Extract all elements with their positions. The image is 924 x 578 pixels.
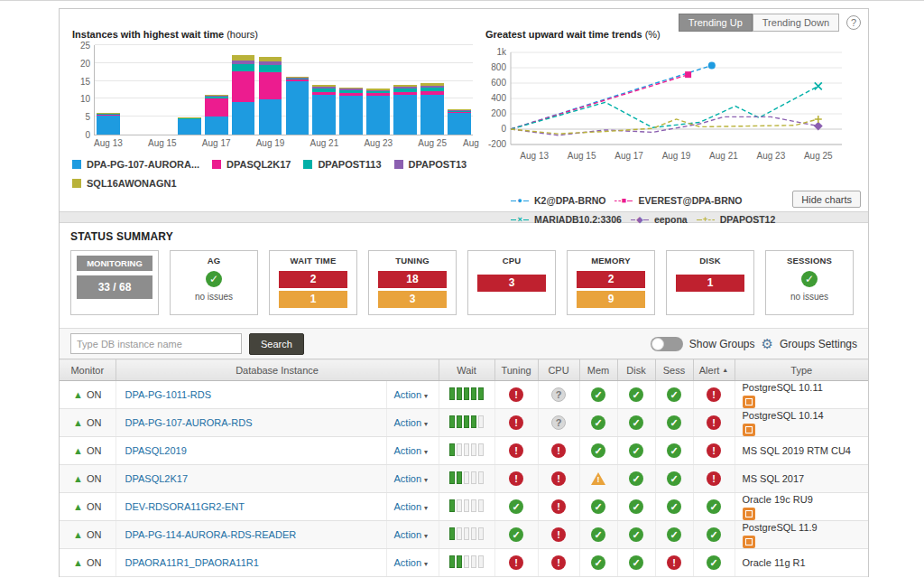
bar-aug-19[interactable] bbox=[257, 45, 284, 135]
groups-settings-label[interactable]: Groups Settings bbox=[780, 338, 857, 350]
status-card-memory[interactable]: MEMORY29 bbox=[567, 250, 655, 315]
trending-down-button[interactable]: Trending Down bbox=[753, 14, 839, 32]
ok-icon[interactable]: ✓ bbox=[509, 527, 523, 542]
monitor-status[interactable]: ▲ON bbox=[73, 529, 101, 540]
bar-aug-16[interactable] bbox=[176, 45, 203, 135]
instance-link[interactable]: DPASQL2019 bbox=[125, 445, 187, 456]
ok-icon[interactable]: ✓ bbox=[509, 499, 523, 514]
ok-icon[interactable]: ✓ bbox=[629, 499, 643, 514]
legend-item[interactable]: ×MARIADB10.2:3306 bbox=[511, 214, 622, 225]
show-groups-toggle[interactable] bbox=[651, 337, 683, 351]
bar-aug-24[interactable] bbox=[392, 45, 419, 135]
instance-link[interactable]: DEV-RDSORA11GR2-ENT bbox=[125, 501, 245, 512]
monitor-status[interactable]: ▲ON bbox=[73, 501, 101, 512]
error-icon[interactable]: ! bbox=[551, 527, 566, 542]
error-icon[interactable]: ! bbox=[707, 387, 721, 402]
ok-icon[interactable]: ✓ bbox=[707, 499, 721, 514]
monitor-status[interactable]: ▲ON bbox=[73, 557, 101, 568]
legend-item[interactable]: +DPAPOST12 bbox=[697, 214, 776, 225]
instance-link[interactable]: DPA-PG-1011-RDS bbox=[125, 389, 212, 400]
wait-gauge[interactable] bbox=[449, 527, 484, 540]
search-input[interactable] bbox=[70, 333, 242, 354]
instance-link[interactable]: DPAORA11R1_DPAORA11R1 bbox=[125, 557, 259, 568]
bar-aug-23[interactable] bbox=[365, 45, 392, 135]
col-disk[interactable]: Disk bbox=[617, 359, 655, 381]
bar-aug-25[interactable] bbox=[419, 45, 446, 135]
status-card-ag[interactable]: AG✓no issues bbox=[170, 250, 258, 315]
ok-icon[interactable]: ✓ bbox=[591, 527, 605, 542]
legend-item[interactable]: DPA-PG-107-AURORA... bbox=[72, 159, 199, 170]
error-icon[interactable]: ! bbox=[707, 443, 721, 458]
col-cpu[interactable]: CPU bbox=[538, 359, 579, 381]
bar-aug-17[interactable] bbox=[203, 45, 230, 135]
status-card-disk[interactable]: DISK1 bbox=[666, 250, 754, 315]
col-mem[interactable]: Mem bbox=[579, 359, 617, 381]
error-icon[interactable]: ! bbox=[551, 471, 566, 486]
warning-icon[interactable]: ! bbox=[591, 472, 605, 485]
legend-item[interactable]: SQL16AWONAGN1 bbox=[72, 178, 177, 189]
ok-icon[interactable]: ✓ bbox=[591, 415, 605, 430]
error-icon[interactable]: ! bbox=[551, 443, 566, 458]
error-icon[interactable]: ! bbox=[707, 415, 721, 430]
error-icon[interactable]: ! bbox=[667, 555, 681, 570]
ok-icon[interactable]: ✓ bbox=[591, 387, 605, 402]
ok-icon[interactable]: ✓ bbox=[667, 415, 681, 430]
instance-link[interactable]: DPA-PG-114-AURORA-RDS-READER bbox=[125, 529, 297, 540]
col-database-instance[interactable]: Database Instance bbox=[116, 359, 439, 381]
action-menu[interactable]: Action▾ bbox=[394, 501, 429, 512]
status-card-cpu[interactable]: CPU3 bbox=[467, 250, 556, 315]
instance-link[interactable]: DPA-PG-107-AURORA-RDS bbox=[125, 417, 253, 428]
error-icon[interactable]: ! bbox=[509, 443, 523, 458]
monitor-status[interactable]: ▲ON bbox=[73, 417, 101, 428]
action-menu[interactable]: Action▾ bbox=[394, 389, 429, 400]
wait-gauge[interactable] bbox=[449, 415, 484, 428]
ok-icon[interactable]: ✓ bbox=[629, 387, 643, 402]
ok-icon[interactable]: ✓ bbox=[667, 499, 681, 514]
ok-icon[interactable]: ✓ bbox=[707, 555, 721, 570]
monitor-status[interactable]: ▲ON bbox=[73, 445, 101, 456]
error-icon[interactable]: ! bbox=[509, 471, 523, 486]
ok-icon[interactable]: ✓ bbox=[591, 499, 605, 514]
action-menu[interactable]: Action▾ bbox=[394, 445, 429, 456]
legend-item[interactable]: DPAPOST113 bbox=[303, 159, 381, 170]
error-icon[interactable]: ! bbox=[551, 499, 566, 514]
hide-charts-button[interactable]: Hide charts bbox=[792, 191, 861, 208]
bar-aug-15[interactable] bbox=[149, 45, 176, 135]
error-icon[interactable]: ! bbox=[509, 387, 523, 402]
legend-item[interactable]: ●K2@DPA-BRNO bbox=[511, 195, 605, 206]
ok-icon[interactable]: ✓ bbox=[707, 527, 721, 542]
wait-gauge[interactable] bbox=[449, 499, 484, 512]
action-menu[interactable]: Action▾ bbox=[394, 529, 429, 540]
instance-link[interactable]: DPASQL2K17 bbox=[125, 473, 189, 484]
wait-gauge[interactable] bbox=[449, 471, 484, 484]
col-wait[interactable]: Wait bbox=[439, 359, 494, 381]
ok-icon[interactable]: ✓ bbox=[667, 443, 681, 458]
error-icon[interactable]: ! bbox=[509, 415, 523, 430]
action-menu[interactable]: Action▾ bbox=[394, 557, 429, 568]
help-icon[interactable]: ? bbox=[846, 15, 861, 30]
col-type[interactable]: Type bbox=[735, 359, 868, 381]
error-icon[interactable]: ! bbox=[707, 471, 721, 486]
trending-up-button[interactable]: Trending Up bbox=[679, 14, 753, 32]
status-card-sessions[interactable]: SESSIONS✓no issues bbox=[765, 250, 854, 315]
col-monitor[interactable]: Monitor bbox=[60, 359, 116, 381]
legend-item[interactable]: ■EVEREST@DPA-BRNO bbox=[614, 195, 742, 206]
status-card-wait-time[interactable]: WAIT TIME21 bbox=[269, 250, 357, 315]
bar-aug-18[interactable] bbox=[230, 45, 257, 135]
bar-aug-20[interactable] bbox=[283, 45, 310, 135]
error-icon[interactable]: ! bbox=[551, 555, 566, 570]
col-alert[interactable]: Alert▲ bbox=[693, 359, 735, 381]
action-menu[interactable]: Action▾ bbox=[394, 417, 429, 428]
ok-icon[interactable]: ✓ bbox=[629, 471, 643, 486]
bar-aug-13[interactable] bbox=[95, 45, 122, 135]
ok-icon[interactable]: ✓ bbox=[591, 443, 605, 458]
status-card-tuning[interactable]: TUNING183 bbox=[368, 250, 457, 315]
wait-gauge[interactable] bbox=[449, 387, 484, 400]
ok-icon[interactable]: ✓ bbox=[667, 471, 681, 486]
legend-item[interactable]: DPASQL2K17 bbox=[212, 159, 291, 170]
status-card-monitoring[interactable]: MONITORING33 / 68 bbox=[70, 250, 159, 315]
ok-icon[interactable]: ✓ bbox=[667, 527, 681, 542]
col-sess[interactable]: Sess bbox=[655, 359, 693, 381]
monitor-status[interactable]: ▲ON bbox=[73, 389, 101, 400]
ok-icon[interactable]: ✓ bbox=[629, 415, 643, 430]
